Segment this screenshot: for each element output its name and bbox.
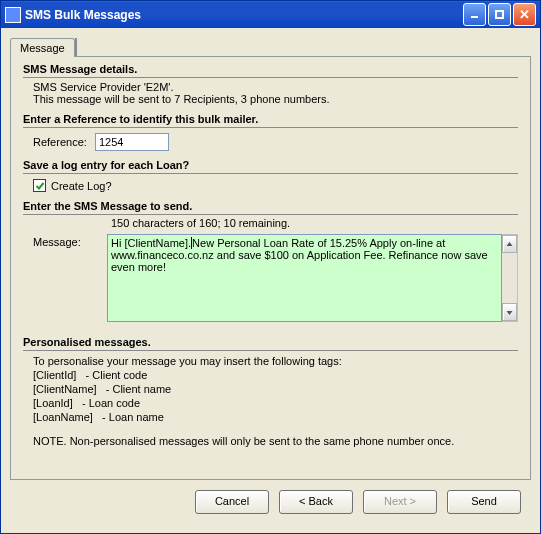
message-label: Message: (33, 234, 107, 322)
personalised-note: NOTE. Non-personalised messages will onl… (33, 434, 518, 448)
chevron-down-icon (506, 309, 513, 316)
tab-separator (75, 38, 77, 56)
reference-label: Reference: (33, 136, 95, 148)
create-log-checkbox[interactable] (33, 179, 46, 192)
section-personalised-heading: Personalised messages. (23, 336, 518, 351)
app-icon (5, 7, 21, 23)
tag-loanid: [LoanId] - Loan code (33, 396, 518, 410)
window-sms-bulk: SMS Bulk Messages ✕ Message SMS Message … (0, 0, 541, 534)
next-button: Next > (363, 490, 437, 514)
titlebar[interactable]: SMS Bulk Messages ✕ (1, 1, 540, 28)
personalised-intro: To personalise your message you may inse… (33, 354, 518, 368)
section-log-heading: Save a log entry for each Loan? (23, 159, 518, 174)
recipients-text: This message will be sent to 7 Recipient… (33, 93, 518, 105)
maximize-icon (494, 9, 505, 20)
svg-rect-1 (496, 11, 503, 18)
scroll-up-button[interactable] (502, 235, 517, 253)
tag-loanname: [LoanName] - Loan name (33, 410, 518, 424)
svg-marker-3 (507, 311, 513, 315)
section-reference-heading: Enter a Reference to identify this bulk … (23, 113, 518, 128)
scroll-down-button[interactable] (502, 303, 517, 321)
close-icon: ✕ (519, 7, 530, 22)
maximize-button[interactable] (488, 3, 511, 26)
section-message-heading: Enter the SMS Message to send. (23, 200, 518, 215)
message-scrollbar[interactable] (502, 234, 518, 322)
svg-marker-2 (507, 242, 513, 246)
chevron-up-icon (506, 241, 513, 248)
message-text-part1: Hi [ClientName]. (111, 237, 191, 249)
close-button[interactable]: ✕ (513, 3, 536, 26)
send-button[interactable]: Send (447, 490, 521, 514)
tab-message[interactable]: Message (10, 38, 75, 57)
cancel-button[interactable]: Cancel (195, 490, 269, 514)
back-button[interactable]: < Back (279, 490, 353, 514)
create-log-label: Create Log? (51, 180, 112, 192)
minimize-icon (469, 9, 480, 20)
tab-panel: SMS Message details. SMS Service Provide… (10, 56, 531, 480)
window-title: SMS Bulk Messages (25, 8, 463, 22)
reference-input[interactable] (95, 133, 169, 151)
section-details-heading: SMS Message details. (23, 63, 518, 78)
message-textarea[interactable]: Hi [ClientName].New Personal Loan Rate o… (107, 234, 502, 322)
checkmark-icon (35, 181, 45, 191)
tag-clientid: [ClientId] - Client code (33, 368, 518, 382)
button-bar: Cancel < Back Next > Send (10, 480, 531, 524)
provider-text: SMS Service Provider 'E2M'. (33, 81, 518, 93)
minimize-button[interactable] (463, 3, 486, 26)
tag-clientname: [ClientName] - Client name (33, 382, 518, 396)
char-count: 150 characters of 160; 10 remaining. (111, 215, 518, 229)
